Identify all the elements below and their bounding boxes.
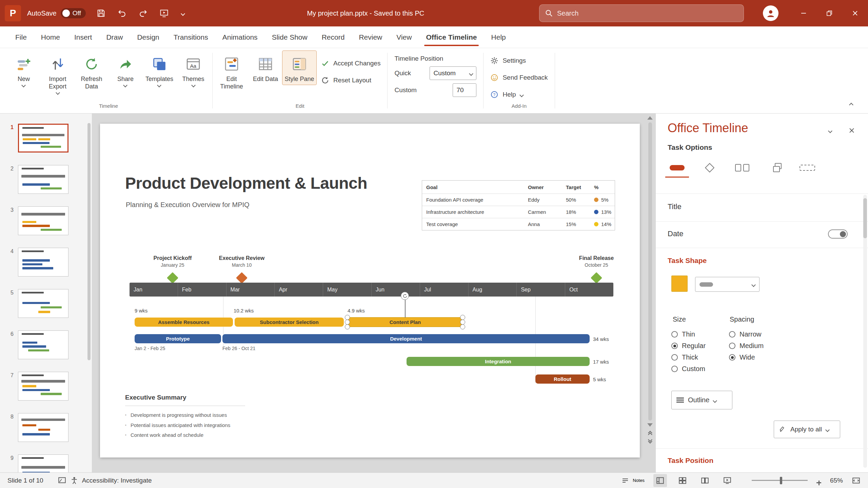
slide-6-preview[interactable] (18, 330, 68, 359)
save-button[interactable] (92, 4, 110, 22)
title-section-label[interactable]: Title (668, 202, 682, 211)
pane-options-button[interactable] (823, 125, 837, 136)
slide-thumbnail[interactable]: 4 (6, 248, 92, 277)
selection-handle[interactable] (345, 315, 350, 320)
quick-access-chevron[interactable] (174, 4, 192, 22)
selection-handle[interactable] (460, 315, 465, 320)
selection-handle[interactable] (345, 320, 350, 325)
tab-transitions[interactable]: Transitions (166, 26, 215, 48)
tab-insert[interactable]: Insert (67, 26, 99, 48)
canvas-scrollbar[interactable] (647, 116, 653, 470)
scrollbar-thumb[interactable] (863, 198, 867, 238)
slide-thumbnail[interactable]: 8 (6, 413, 92, 442)
search-input[interactable] (557, 9, 738, 17)
search-box[interactable] (539, 4, 744, 22)
slide-1-preview[interactable] (18, 124, 68, 152)
slide-5-preview[interactable] (18, 289, 68, 318)
edit-data-button[interactable]: Edit Data (249, 51, 282, 85)
pane-scrollbar[interactable] (863, 195, 867, 468)
tab-help[interactable]: Help (484, 26, 513, 48)
outline-button[interactable]: Outline (671, 391, 732, 409)
notes-button[interactable]: Notes (621, 476, 645, 485)
tab-record[interactable]: Record (315, 26, 352, 48)
shape-option-diamond[interactable] (698, 160, 722, 175)
task-bar-development[interactable]: Development (222, 334, 590, 343)
apply-to-all-button[interactable]: Apply to all (774, 421, 840, 438)
user-avatar[interactable] (763, 5, 778, 21)
fit-to-window-button[interactable] (852, 476, 861, 485)
quick-position-dropdown[interactable]: Custom (430, 66, 476, 80)
slide-2-preview[interactable] (18, 165, 68, 194)
tab-file[interactable]: File (8, 26, 34, 48)
task-bar-assemble-resources[interactable]: Assemble Resources (135, 318, 233, 327)
help-button[interactable]: ? Help (488, 87, 550, 102)
shape-option-dashed[interactable] (795, 160, 819, 175)
redo-button[interactable] (134, 4, 152, 22)
restore-button[interactable] (816, 0, 842, 26)
reset-layout-button[interactable]: Reset Layout (318, 73, 383, 88)
slide-thumbnail[interactable]: 9 (6, 454, 92, 472)
spacing-option-medium[interactable]: Medium (729, 342, 764, 350)
size-option-regular[interactable]: Regular (671, 342, 706, 350)
new-button[interactable]: New (7, 51, 41, 89)
import-export-button[interactable]: Import Export (41, 51, 75, 96)
slide-thumbnail[interactable]: 2 (6, 165, 92, 194)
slide-8-preview[interactable] (18, 413, 68, 442)
shape-option-bar[interactable] (665, 160, 689, 175)
task-bar-integration[interactable]: Integration (407, 357, 590, 366)
undo-button[interactable] (113, 4, 131, 22)
tab-draw[interactable]: Draw (99, 26, 130, 48)
templates-button[interactable]: Templates (142, 51, 176, 89)
task-position-heading[interactable]: Task Position (668, 456, 713, 465)
tab-design[interactable]: Design (130, 26, 166, 48)
scroll-up-icon[interactable] (647, 116, 653, 120)
shape-option-overlap[interactable] (763, 160, 787, 175)
selection-handle[interactable] (460, 320, 465, 325)
task-bar-prototype[interactable]: Prototype (135, 334, 221, 343)
start-slideshow-button[interactable] (155, 4, 173, 22)
milestone-diamond-icon[interactable] (167, 272, 178, 284)
edit-timeline-button[interactable]: Edit Timeline (215, 51, 249, 92)
task-shape-dropdown[interactable] (695, 277, 760, 292)
timeline-month-band[interactable]: Jan Feb Mar Apr May Jun Jul Aug Sep Oct (130, 283, 613, 297)
milestone-diamond-icon[interactable] (236, 272, 248, 284)
slide-thumbnail[interactable]: 1 (6, 124, 92, 152)
date-toggle[interactable] (828, 229, 848, 239)
task-bar-subcontractor-selection[interactable]: Subcontractor Selection (235, 318, 344, 327)
tab-review[interactable]: Review (352, 26, 389, 48)
executive-summary-heading[interactable]: Executive Summary (125, 394, 186, 401)
reading-view-button[interactable] (698, 474, 712, 487)
thumbnail-scrollbar[interactable] (87, 123, 91, 360)
shape-option-brackets[interactable] (730, 160, 754, 175)
tab-animations[interactable]: Animations (215, 26, 265, 48)
task-bar-rollout[interactable]: Rollout (535, 374, 590, 384)
spacing-option-narrow[interactable]: Narrow (729, 330, 761, 338)
milestone-diamond-icon[interactable] (591, 272, 602, 284)
slide-thumbnail[interactable]: 5 (6, 289, 92, 318)
slide-thumbnail[interactable]: 6 (6, 330, 92, 359)
slide-4-preview[interactable] (18, 248, 68, 277)
normal-view-button[interactable] (653, 474, 667, 487)
previous-slide-button[interactable] (649, 431, 652, 436)
spacing-option-wide[interactable]: Wide (729, 353, 755, 361)
tab-view[interactable]: View (389, 26, 419, 48)
accessibility-checker-icon[interactable] (58, 476, 66, 485)
slide-3-preview[interactable] (18, 206, 68, 235)
goal-table[interactable]: Goal Owner Target % Foundation API cover… (422, 180, 615, 230)
slide-title[interactable]: Product Development & Launch (125, 174, 367, 192)
powerpoint-logo-icon[interactable]: P (5, 5, 21, 21)
scrollbar-thumb[interactable] (648, 122, 652, 421)
share-button[interactable]: Share (108, 51, 142, 89)
selection-handle[interactable] (345, 324, 350, 329)
rotate-handle[interactable] (401, 292, 409, 300)
date-section-label[interactable]: Date (668, 229, 683, 238)
pane-close-button[interactable] (845, 125, 859, 136)
slide-thumbnail[interactable]: 3 (6, 206, 92, 235)
tab-slide-show[interactable]: Slide Show (265, 26, 315, 48)
task-shape-heading[interactable]: Task Shape (668, 257, 707, 265)
send-feedback-button[interactable]: Send Feedback (488, 70, 550, 85)
zoom-slider[interactable] (752, 477, 808, 484)
next-slide-button[interactable] (649, 438, 652, 443)
size-option-thick[interactable]: Thick (671, 353, 698, 361)
accept-changes-button[interactable]: Accept Changes (318, 56, 383, 71)
